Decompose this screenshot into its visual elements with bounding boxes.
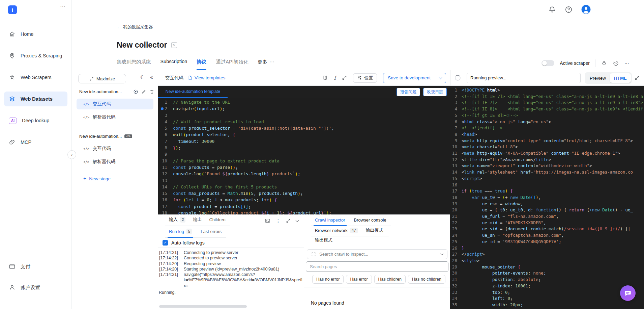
line-number: 2 [450, 94, 462, 100]
tree-item-interaction-code[interactable]: </> 交互代码 [77, 143, 153, 154]
html-tab[interactable]: HTML [610, 73, 631, 83]
crawl-search-select[interactable]: Search crawl to inspect... [307, 249, 447, 259]
log-line: k=%E7%9B%B8%E6%9C%BA&crid=3VOBMV01JNPJ9&… [159, 277, 304, 288]
history-clock-icon[interactable] [613, 60, 619, 67]
code-line: 9 [158, 151, 450, 157]
expand-preview-icon[interactable] [635, 75, 640, 80]
sidebar-item-deep-lookup[interactable]: AI Deep lookup [4, 113, 67, 128]
tab-output-mode[interactable]: 输出模式 [366, 227, 383, 233]
filter-has-no-children[interactable]: Has no children [408, 275, 445, 284]
new-stage-button[interactable]: + New stage [83, 176, 111, 182]
sidebar-item-account-settings[interactable]: 账户设置 [4, 280, 67, 295]
collapse-panel-icon[interactable]: « [150, 74, 153, 80]
tab-output[interactable]: 输出 [193, 216, 202, 223]
line-number: 15 [158, 190, 173, 197]
expand-panel-icon[interactable] [286, 218, 291, 223]
tab-protocol[interactable]: 协议 [197, 59, 206, 70]
html-preview-code[interactable]: 1<!DOCTYPE html>2<!--[if lt IE 7]> <html… [450, 86, 644, 309]
filter-has-no-error[interactable]: Has no error [312, 275, 344, 284]
dark-mode-icon[interactable]: ☾ [140, 74, 145, 80]
sidebar-item-billing[interactable]: 支付 [4, 259, 67, 274]
save-button[interactable]: Save to development [383, 73, 435, 83]
settings-button[interactable]: 设置 [353, 73, 377, 83]
browser-target-icon[interactable] [133, 89, 138, 94]
kebab-menu-icon[interactable]: ⋮ [276, 218, 281, 224]
sidebar-item-home[interactable]: Home [4, 27, 67, 42]
trash-icon[interactable] [149, 89, 154, 94]
tab-more[interactable]: 更多 ⋯ [258, 59, 275, 70]
edit-title-icon[interactable]: ✎ [171, 42, 177, 48]
divider [304, 287, 450, 287]
more-actions-icon[interactable]: ⋯ [624, 60, 630, 66]
template-tab[interactable]: New ide-automation template [158, 86, 228, 98]
changelog-button[interactable]: 改变日志 [423, 88, 447, 96]
expand-editor-icon[interactable] [342, 75, 347, 80]
code-line: 15<script> [450, 176, 644, 182]
stage-group-header[interactable]: New ide-automation... </> [79, 134, 154, 139]
tree-item-interaction-code[interactable]: </> 交互代码 [77, 99, 153, 109]
code-editor[interactable]: 1// Navigate to the URL2navigate(input.u… [158, 98, 450, 214]
preview-tab[interactable]: Preview [586, 73, 610, 83]
line-number: 1 [450, 87, 462, 94]
notifications-bell-icon[interactable] [548, 6, 556, 14]
save-options-caret[interactable] [435, 73, 446, 83]
filter-has-children[interactable]: Has children [374, 275, 406, 284]
code-line: 21 ue_furl = "fls-na.amazon.com", [450, 213, 644, 220]
tab-integrate[interactable]: 集成到您的系统 [117, 59, 151, 70]
tree-item-parser-code[interactable]: </> 解析器代码 [77, 156, 153, 167]
sidebar-item-label: Home [21, 31, 34, 37]
empty-state-text: No pages found [311, 300, 450, 306]
horizontal-scrollbar[interactable] [159, 305, 247, 308]
tab-api-init[interactable]: 通过API初始化 [216, 59, 248, 70]
tab-run-log[interactable]: Run log 5 [169, 229, 192, 234]
run-log-count-badge: 5 [186, 229, 192, 234]
tab-browser-network[interactable]: Browser network 47 [315, 228, 358, 233]
docs-book-icon[interactable] [322, 75, 328, 81]
code-line: 14// Collect URLs for the first 5 produc… [158, 184, 450, 190]
tree-item-parser-code[interactable]: </> 解析器代码 [77, 112, 153, 123]
maximize-button[interactable]: Maximize [78, 74, 126, 83]
filter-has-error[interactable]: Has error [346, 275, 372, 284]
stage-group-header[interactable]: New ide-automation... [79, 89, 154, 94]
line-number: 30 [450, 270, 462, 277]
report-issue-button[interactable]: 报告问题 [397, 88, 420, 96]
sidebar-item-proxies[interactable]: Proxies & Scraping [4, 48, 67, 63]
sidebar-item-web-datasets[interactable]: Web Datasets [4, 92, 67, 106]
avatar[interactable] [581, 5, 591, 14]
tab-input[interactable]: 输入 2 [169, 216, 185, 223]
edit-pencil-icon[interactable] [141, 89, 146, 94]
tab-last-errors[interactable]: Last errors [201, 229, 222, 234]
preview-status-field[interactable]: Running preview... [467, 73, 581, 83]
chat-support-button[interactable] [620, 285, 636, 301]
code-line: 7<!--<![endif]--> [450, 125, 644, 131]
search-pages-input[interactable] [306, 261, 448, 272]
sidebar-item-mcp[interactable]: MCP [4, 135, 67, 150]
code-icon: </> [83, 160, 89, 164]
line-number: 5 [450, 112, 462, 119]
tab-crawl-inspector[interactable]: Crawl inspector [315, 217, 345, 223]
collapse-chevron-icon[interactable] [296, 218, 299, 222]
breadcrumb[interactable]: ← 我的数据采集器 [117, 24, 153, 30]
active-scraper-toggle[interactable] [541, 60, 554, 66]
auto-follow-checkbox[interactable]: ✓ [163, 240, 168, 246]
tab-browser-console[interactable]: Browser console [354, 217, 386, 223]
function-icon[interactable]: f [334, 75, 336, 81]
sidebar: i ⋯ Home Proxies & Scraping Web Scrapers… [0, 0, 72, 309]
debug-bug-icon[interactable] [601, 60, 607, 67]
line-number: 31 [450, 277, 462, 283]
tab-subscription[interactable]: Subscription [160, 59, 187, 70]
tab-children[interactable]: Children [209, 217, 225, 222]
help-icon[interactable] [565, 6, 573, 14]
line-number: 3 [450, 100, 462, 106]
editor-file-label: 交互代码 [165, 75, 183, 81]
app-logo[interactable]: i [8, 5, 17, 14]
tune-icon [357, 75, 362, 80]
view-templates-link[interactable]: View templates [187, 75, 225, 80]
line-number: 5 [158, 125, 173, 131]
tab-output-mode-2[interactable]: 输出模式 [315, 237, 332, 243]
code-line: 10<meta charset="utf-8"> [450, 144, 644, 150]
collapse-sidebar-handle[interactable]: ‹ [67, 150, 76, 159]
sidebar-item-web-scrapers[interactable]: Web Scrapers [4, 70, 67, 85]
terminal-icon[interactable] [265, 218, 270, 224]
sidebar-menu-icon[interactable]: ⋯ [60, 3, 66, 10]
